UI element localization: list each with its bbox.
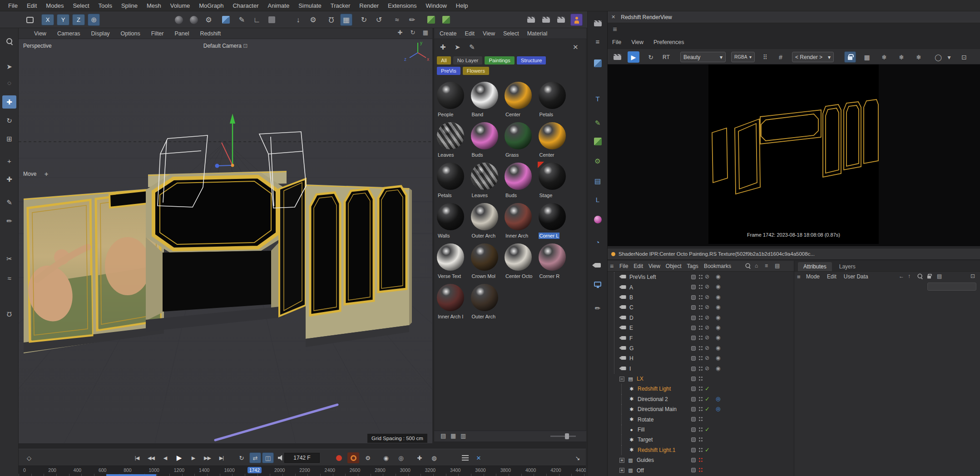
preview-range-bar[interactable] [106,474,156,476]
panel-menu-icon[interactable]: ≡ [610,263,614,270]
material-item[interactable]: Outer Arch [470,283,504,323]
object-row-camera[interactable]: C ⊘ ◉ [608,302,794,312]
object-menu-item[interactable]: Edit [634,263,643,269]
nav-up-icon[interactable]: ↑ [908,273,911,279]
object-row-camera[interactable]: PreVis Left ⊘ ◉ [608,272,794,282]
transport-button[interactable]: ▶| [214,452,228,463]
object-row-camera[interactable]: I ⊘ ◉ [608,364,794,374]
snap-cross-icon[interactable]: ✕ [473,452,485,463]
visibility-dots[interactable] [699,305,700,307]
object-row-group[interactable]: − ▤ LX [608,374,794,384]
render-picture-viewer-icon[interactable] [188,14,200,26]
character-icon[interactable] [570,14,583,26]
menu-item[interactable]: Extensions [383,0,421,11]
start-ipr-button[interactable]: ▶ [628,51,639,63]
material-sphere[interactable] [437,163,464,190]
camera-toggle-icon[interactable]: ⊡ [243,43,247,49]
object-row-light[interactable]: ● Fill ✓ [608,425,794,435]
object-menu-item[interactable]: File [619,263,628,269]
ruler-tick[interactable]: 0 [19,466,44,476]
snap-magnet-icon[interactable]: Ω [325,14,337,26]
edit-toggle-icon[interactable] [691,326,696,330]
list-view-icon[interactable]: ▤ [441,432,446,439]
magnet-tool-icon[interactable]: Ω [2,308,16,321]
edit-toggle-icon[interactable] [691,285,696,289]
panel-menu-icon[interactable]: ≡ [797,273,801,280]
lock-icon[interactable] [844,51,856,63]
zoom-tool-icon[interactable] [2,35,16,48]
visibility-dots[interactable] [699,275,700,276]
object-row-group[interactable]: + ▥ Guides [608,455,794,465]
text-tool-icon[interactable]: T [591,92,604,105]
material-sphere[interactable] [471,284,498,311]
visibility-dots[interactable] [699,448,700,449]
menu-item[interactable]: Window [421,0,451,11]
attribute-menu-item[interactable]: Mode [806,273,820,280]
object-row-camera[interactable]: E ⊘ ◉ [608,323,794,333]
visibility-dots[interactable] [699,437,700,439]
visibility-off-icon[interactable]: ⊘ [705,294,709,300]
object-name[interactable]: Target [638,436,653,443]
material-item[interactable]: Petals [538,81,572,121]
filter-sliders-icon[interactable] [459,452,471,463]
clapper-icon[interactable] [591,17,604,30]
visibility-dots[interactable] [699,417,700,418]
slate-icon-1[interactable] [525,14,537,26]
object-row-camera[interactable]: B ⊘ ◉ [608,293,794,302]
material-item[interactable]: Leaves [470,162,504,202]
render-visibility-icon[interactable]: ◉ [716,345,720,351]
object-menu-item[interactable]: View [648,263,660,269]
object-row-group[interactable]: + ▥ Off [608,465,794,475]
visibility-dots[interactable] [699,427,700,429]
object-row-camera[interactable]: G ⊘ ◉ [608,343,794,353]
menu-item[interactable]: Simulate [294,0,326,11]
menu-item[interactable]: Tools [94,0,117,11]
cube-object-icon[interactable] [591,57,604,69]
material-item[interactable]: Band [470,81,504,121]
render-settings-icon[interactable]: ⚙ [203,14,215,26]
keyframe-diamond-icon[interactable]: ◇ [23,452,35,463]
ruler-icon[interactable]: L [591,193,604,206]
material-sphere[interactable] [539,163,566,190]
edit-toggle-icon[interactable] [691,346,696,351]
edit-toggle-icon[interactable] [691,316,696,320]
material-item[interactable]: Verse Text [436,243,470,283]
visibility-dots[interactable] [699,285,700,286]
camera-label[interactable]: Default Camera ⊡ [203,43,247,49]
material-sphere[interactable] [471,82,498,109]
edit-toggle-icon[interactable] [691,397,696,402]
rt-toggle[interactable]: RT [660,51,672,63]
current-frame-field[interactable]: 1742 F [284,453,320,463]
object-name[interactable]: Guides [637,457,654,463]
menu-item[interactable]: Help [451,0,473,11]
render-view-icon[interactable] [173,14,185,26]
viewport-menu-item[interactable]: Cameras [57,30,80,37]
material-menu-item[interactable]: Edit [465,30,475,37]
search-icon[interactable] [745,263,751,270]
grid-view-icon[interactable]: ▦ [450,432,456,439]
material-layer-tab[interactable]: Flowers [463,67,489,75]
spline-smooth-icon[interactable]: ≈ [2,272,16,285]
view-rotate-icon[interactable]: ↻ [409,29,417,36]
delete-material-icon[interactable]: ✕ [573,43,579,51]
brush-tool-icon[interactable]: ✏ [2,214,16,228]
render-visibility-icon[interactable]: ◉ [716,283,720,290]
thumbnail-size-slider[interactable] [550,436,576,437]
material-sphere[interactable] [437,82,464,109]
mograph-icon[interactable] [591,135,604,148]
material-item[interactable]: Walls [436,202,470,243]
material-layer-tab[interactable]: All [437,56,451,64]
visibility-off-icon[interactable]: ⊘ [705,304,709,310]
filter-list-icon[interactable]: ≡ [765,263,768,269]
material-sphere[interactable] [539,122,566,149]
nav-back-icon[interactable]: ← [899,273,904,279]
view-label[interactable]: Perspective [23,43,52,49]
material-item[interactable]: Center [538,121,572,162]
material-sphere[interactable] [539,82,566,109]
object-name[interactable]: B [629,294,633,301]
move-tool-icon[interactable]: ✚ [2,95,16,109]
viewport-menu-item[interactable]: Redshift [200,30,221,37]
material-sphere[interactable] [539,203,566,230]
edit-toggle-icon[interactable] [691,275,696,279]
key-position-icon[interactable]: ◉ [380,452,392,463]
